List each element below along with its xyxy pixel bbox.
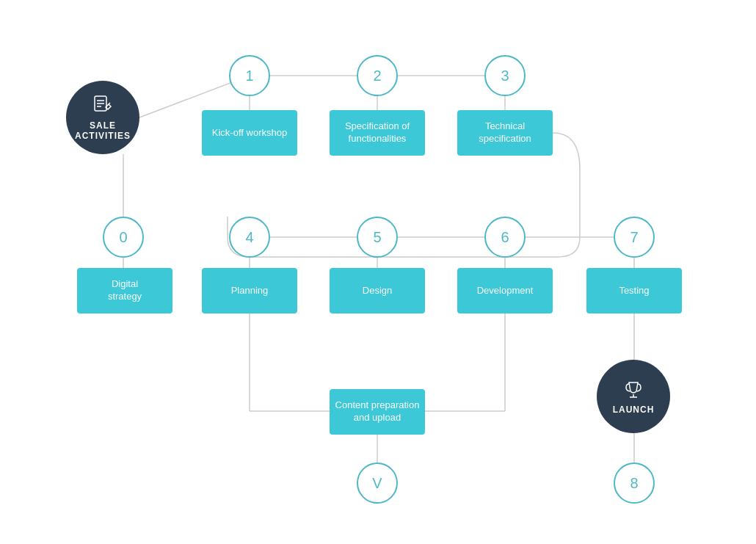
document-icon xyxy=(91,94,115,117)
technical-spec-box: Technicalspecification xyxy=(457,110,553,156)
trophy-icon xyxy=(622,378,645,402)
circle-1: 1 xyxy=(229,55,270,96)
circle-v: V xyxy=(357,463,398,504)
circle-5-label: 5 xyxy=(373,229,381,246)
svg-line-26 xyxy=(109,103,110,104)
digital-strategy-label: Digitalstrategy xyxy=(108,278,142,303)
digital-strategy-box: Digitalstrategy xyxy=(77,268,172,313)
circle-8: 8 xyxy=(614,463,655,504)
design-box: Design xyxy=(330,268,425,313)
circle-6: 6 xyxy=(484,217,526,258)
development-label: Development xyxy=(477,285,534,297)
testing-label: Testing xyxy=(619,285,649,297)
circle-3: 3 xyxy=(484,55,526,96)
circle-8-label: 8 xyxy=(630,475,638,492)
sale-activities-label-line2: ACTIVITIES xyxy=(75,131,131,141)
sale-activities-node: SALE ACTIVITIES xyxy=(66,81,139,154)
circle-4: 4 xyxy=(229,217,270,258)
circle-0-label: 0 xyxy=(119,229,127,246)
sale-activities-label-line1: SALE xyxy=(90,120,116,131)
specification-box: Specification offunctionalities xyxy=(330,110,425,156)
design-label: Design xyxy=(363,285,392,297)
circle-2: 2 xyxy=(357,55,398,96)
testing-box: Testing xyxy=(586,268,682,313)
development-box: Development xyxy=(457,268,553,313)
diagram-container: SALE ACTIVITIES 0 Digitalstrategy 1 Kick… xyxy=(0,0,756,544)
circle-5: 5 xyxy=(357,217,398,258)
launch-node: LAUNCH xyxy=(597,360,670,433)
planning-label: Planning xyxy=(231,285,269,297)
content-prep-label: Content preparationand upload xyxy=(335,399,420,424)
planning-box: Planning xyxy=(202,268,297,313)
circle-6-label: 6 xyxy=(501,229,509,246)
kickoff-box: Kick-off workshop xyxy=(202,110,297,156)
circle-2-label: 2 xyxy=(373,68,381,84)
circle-0: 0 xyxy=(103,217,144,258)
content-prep-box: Content preparationand upload xyxy=(330,389,425,435)
circle-v-label: V xyxy=(372,475,382,492)
circle-1-label: 1 xyxy=(245,68,253,84)
circle-3-label: 3 xyxy=(501,68,509,84)
technical-spec-label: Technicalspecification xyxy=(479,120,531,145)
circle-7-label: 7 xyxy=(630,229,638,246)
launch-label: LAUNCH xyxy=(613,405,655,415)
kickoff-label: Kick-off workshop xyxy=(212,127,287,139)
circle-4-label: 4 xyxy=(245,229,253,246)
circle-7: 7 xyxy=(614,217,655,258)
specification-label: Specification offunctionalities xyxy=(345,120,410,145)
